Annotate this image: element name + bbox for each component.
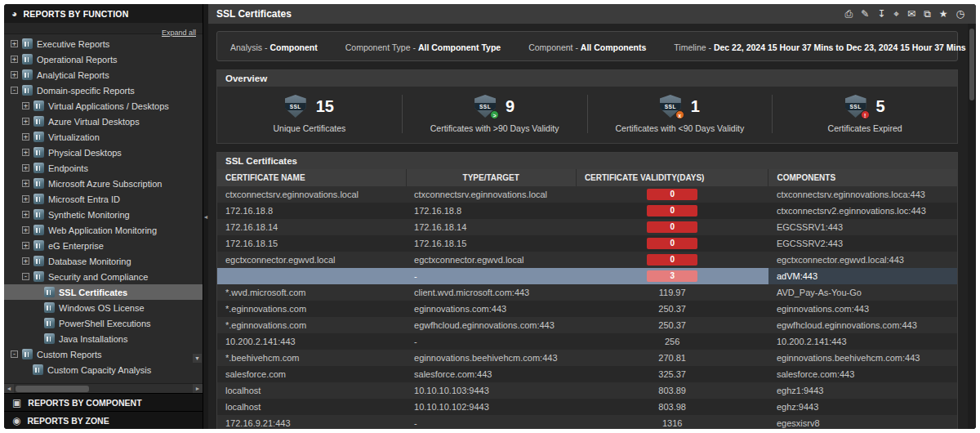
tree-item[interactable]: + Operational Reports (4, 51, 203, 67)
tree-horizontal-scrollbar: ◄ ► (4, 383, 203, 393)
report-icon (33, 132, 44, 142)
tree-toggle-icon[interactable]: + (11, 40, 18, 47)
tree-item[interactable]: - Domain-specific Reports (4, 83, 203, 98)
tree-toggle-icon[interactable]: + (11, 56, 18, 63)
tree-toggle-icon[interactable]: + (22, 195, 29, 203)
table-row[interactable]: 172.16.18.8 172.16.18.8 0 ctxconnectsrv2… (217, 203, 957, 219)
edit-report-icon[interactable]: ✎ (861, 9, 869, 19)
tree-toggle-icon[interactable]: - (11, 350, 18, 358)
export-report-icon[interactable]: ⎙ (845, 9, 853, 19)
favorite-icon[interactable]: ★ (939, 9, 948, 19)
filter-item[interactable]: Component Type - All Component Type (345, 39, 501, 54)
table-row[interactable]: salesforce.com salesforce.com:443 325.37… (217, 366, 957, 382)
expand-all-row: Expand all (4, 23, 203, 34)
tree-toggle-icon[interactable]: + (22, 102, 29, 109)
filter-value: All Components (581, 42, 647, 52)
table-row[interactable]: *.eginnovations.com egwfhcloud.eginnovat… (217, 317, 957, 333)
report-icon (44, 318, 55, 328)
tree-toggle-icon[interactable]: + (22, 242, 29, 249)
cell-components: adVM:443 (768, 268, 957, 284)
column-header[interactable]: CERTIFICATE VALIDITY(DAYS) (576, 169, 768, 186)
tree-toggle-icon[interactable]: + (22, 164, 29, 172)
table-row[interactable]: localhost 10.10.10.103:9443 803.89 eghz1… (217, 382, 957, 399)
main-scrollbar-thumb[interactable] (969, 29, 974, 100)
cell-components: ctxconnectsrv.eginnovations.loca:443 (768, 186, 957, 203)
tree-toggle-icon[interactable]: + (22, 133, 29, 141)
tree-toggle-icon[interactable]: + (22, 226, 29, 234)
tree-toggle-icon[interactable]: + (22, 211, 29, 218)
main-area: SSL Certificates ⎙✎↧⌖✉⧉★◷ Analysis - Com… (208, 4, 976, 429)
table-row[interactable]: localhost 10.10.10.102:9443 803.98 eghz:… (217, 399, 957, 415)
tree-item[interactable]: + Azure Virtual Desktops (4, 114, 203, 129)
tree-item-label: Database Monitoring (48, 257, 131, 266)
cell-validity: 803.98 (576, 399, 768, 415)
scrollbar-thumb[interactable] (16, 386, 89, 392)
tree-item[interactable]: Windows OS License (4, 300, 203, 315)
tree-item[interactable]: + Synthetic Monitoring (4, 207, 203, 222)
tree-item[interactable]: + Executive Reports (4, 36, 203, 51)
certificates-panel-title: SSL Certificates (217, 153, 957, 169)
tree-toggle-icon[interactable]: - (11, 87, 18, 94)
tree-toggle-icon[interactable]: - (22, 273, 29, 280)
validity-value: 270.81 (658, 353, 686, 363)
tree-item-label: Java Installations (59, 334, 127, 344)
overview-card: SSL 15 Unique Certificates (217, 95, 402, 133)
tree-item[interactable]: + Analytical Reports (4, 67, 203, 83)
table-row[interactable]: egctxconnector.egwvd.local egctxconnecto… (217, 252, 957, 268)
table-row[interactable]: 172.16.18.15 172.16.18.15 0 EGCSSRV2:443 (217, 235, 957, 252)
tree-item[interactable]: PowerShell Executions (4, 315, 203, 331)
validity-value: 1316 (662, 418, 682, 428)
sidebar-section[interactable]: ◉ REPORTS BY ZONE (4, 411, 203, 429)
email-report-icon[interactable]: ✉ (907, 9, 915, 19)
tree-item[interactable]: SSL Certificates (4, 284, 203, 300)
filter-item[interactable]: Component - All Components (528, 39, 646, 54)
tree-item[interactable]: - Custom Reports (4, 346, 203, 362)
sidebar-section[interactable]: ▣ REPORTS BY COMPONENT (4, 393, 203, 411)
table-row[interactable]: ctxconnectsrv.eginnovations.local ctxcon… (217, 186, 957, 203)
tree-item[interactable]: + Web Application Monitoring (4, 222, 203, 238)
tree-toggle-icon[interactable]: + (22, 180, 29, 187)
copy-report-icon[interactable]: ⧉ (924, 9, 931, 19)
tree-item[interactable]: + Microsoft Entra ID (4, 191, 203, 207)
table-row[interactable]: 172.16.9.21:443 - 1316 egesxisrv8 (217, 415, 957, 429)
tree-toggle-icon[interactable]: + (22, 118, 29, 125)
main-vertical-scrollbar[interactable] (968, 24, 976, 429)
table-row[interactable]: 172.16.18.14 172.16.18.14 0 EGCSSRV1:443 (217, 219, 957, 235)
table-row[interactable]: *.eginnovations.com eginnovations.com:44… (217, 301, 957, 317)
tree-scroll-down-button[interactable]: ▼ (193, 354, 202, 363)
tree-item[interactable]: + Physical Desktops (4, 145, 203, 160)
table-row[interactable]: 10.200.2.141:443 - 256 10.200.2.141:443 (217, 333, 957, 350)
cell-type-target: 172.16.18.15 (406, 235, 576, 252)
tree-toggle-icon[interactable]: + (22, 149, 29, 156)
report-icon (33, 256, 44, 266)
cell-type-target: 10.10.10.102:9443 (406, 399, 576, 415)
tree-toggle-icon[interactable]: + (22, 257, 29, 265)
scroll-left-button[interactable]: ◄ (4, 384, 14, 394)
filter-item[interactable]: Analysis - Component (230, 39, 318, 54)
tree-item[interactable]: - Security and Compliance (4, 269, 203, 284)
cell-type-target: ctxconnectsrv.eginnovations.local (406, 186, 576, 203)
column-header[interactable]: CERTIFICATE NAME (217, 169, 406, 186)
download-report-icon[interactable]: ↧ (877, 9, 885, 19)
tree-item[interactable]: + Microsoft Azure Subscription (4, 176, 203, 191)
cell-components: egwfhcloud.eginnovations.com:443 (768, 317, 957, 333)
scrollbar-track[interactable] (14, 384, 193, 394)
table-row[interactable]: - 3 adVM:443 (217, 268, 957, 284)
schedule-icon[interactable]: ◷ (956, 9, 964, 19)
scroll-right-button[interactable]: ► (193, 384, 203, 394)
tree-toggle-icon[interactable]: + (11, 71, 18, 78)
tree-item[interactable]: + Virtualization (4, 129, 203, 145)
table-row[interactable]: *.beehivehcm.com eginnovations.beehivehc… (217, 350, 957, 366)
tree-item[interactable]: + eG Enterprise (4, 238, 203, 253)
column-header[interactable]: COMPONENTS (768, 169, 957, 186)
tree-item[interactable]: Custom Capacity Analysis (4, 362, 203, 377)
tree-item[interactable]: + Database Monitoring (4, 253, 203, 269)
table-row[interactable]: *.wvd.microsoft.com client.wvd.microsoft… (217, 284, 957, 301)
tree-item[interactable]: + Virtual Applications / Desktops (4, 98, 203, 114)
column-header[interactable]: TYPE/TARGET (406, 169, 576, 186)
tree-item[interactable]: + Endpoints (4, 160, 203, 176)
filter-item[interactable]: Timeline - Dec 22, 2024 15 Hour 37 Mins … (674, 39, 965, 54)
tree-item[interactable]: Java Installations (4, 331, 203, 346)
sidebar-collapse-handle[interactable]: ◄ (203, 4, 208, 429)
search-report-icon[interactable]: ⌖ (893, 9, 899, 19)
